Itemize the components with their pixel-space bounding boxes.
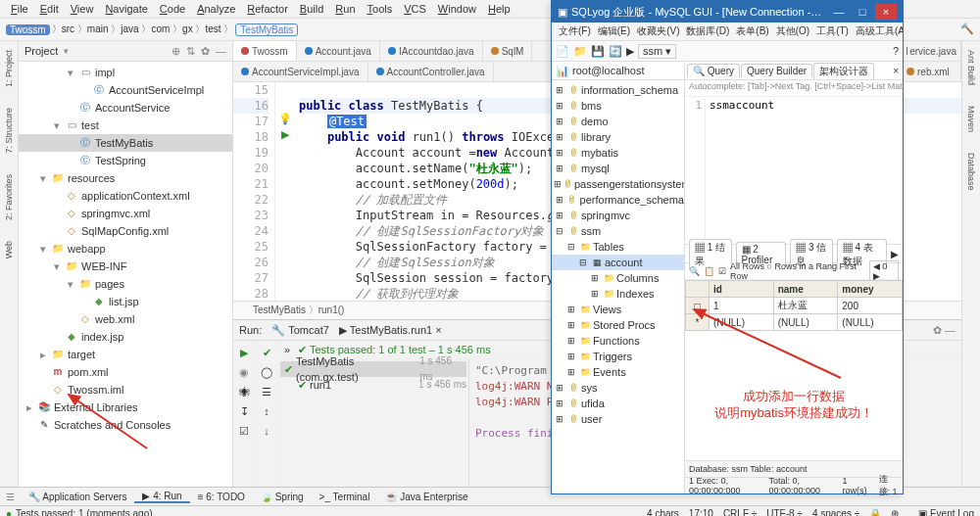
chevron-down-icon[interactable]: ▾: [64, 46, 69, 56]
db-tree-row[interactable]: ⊞🛢demo: [552, 114, 684, 129]
bottom-tab[interactable]: >_ Terminal: [312, 492, 378, 502]
panel-action-icon[interactable]: ⊕: [172, 45, 180, 58]
refresh-icon[interactable]: 🔄: [609, 45, 622, 58]
help-icon[interactable]: ?: [893, 45, 899, 57]
test-toolbar[interactable]: ✔ ◯ ☰ ↕ ↓: [256, 341, 278, 487]
breadcrumb[interactable]: Twossm 〉src 〉main 〉java 〉com 〉gx 〉test 〉…: [6, 23, 298, 36]
menu-view[interactable]: View: [66, 3, 99, 15]
db-tree-row[interactable]: ⊞📁Columns: [552, 270, 684, 286]
tree-row[interactable]: ▾📁resources: [19, 169, 232, 187]
connection-tab[interactable]: 📊root@localhost: [552, 62, 684, 80]
sqlyog-titlebar[interactable]: ▣ SQLyog 企业版 - MySQL GUI - [New Connecti…: [552, 1, 903, 23]
step-icon[interactable]: ↧: [236, 403, 252, 419]
run-config-test[interactable]: ▶ TestMyBatis.run1 ×: [339, 324, 442, 337]
db-tree-row[interactable]: ⊞🛢passengerstationsystem: [552, 176, 684, 192]
test-tree[interactable]: ✔TestMyBatis (com.gx.test)1 s 456 ms✔run…: [278, 359, 469, 487]
sqlyog-menu-item[interactable]: 表单(B): [733, 24, 771, 38]
breadcrumb-file[interactable]: TestMyBatis: [235, 23, 298, 36]
run-toolbar[interactable]: ▶ ◉ 🕷 ↧ ☑: [233, 341, 256, 487]
peek-tab-1[interactable]: ervice.java: [903, 41, 961, 62]
tree-row[interactable]: ⒸTestMyBatis: [19, 134, 232, 152]
gutter-run-icon[interactable]: ▶: [281, 126, 289, 142]
db-tree-row[interactable]: ⊞📁Triggers: [552, 349, 684, 364]
tree-row[interactable]: ▾📁pages: [19, 275, 232, 293]
editor-tab[interactable]: Twossm: [233, 41, 297, 61]
sql-content[interactable]: ssmaccount: [706, 97, 778, 244]
db-tree-row[interactable]: ⊟🛢ssm: [552, 223, 684, 239]
sqlyog-window[interactable]: ▣ SQLyog 企业版 - MySQL GUI - [New Connecti…: [551, 0, 904, 494]
grid-header[interactable]: money: [838, 281, 903, 298]
db-tree-row[interactable]: ⊞🛢bms: [552, 98, 684, 114]
tree-row[interactable]: ▾📁WEB-INF: [19, 258, 232, 275]
editor-tab[interactable]: IAccountdao.java: [380, 41, 483, 61]
tree-row[interactable]: ⒸAccountService: [19, 99, 232, 117]
sqlyog-menu-item[interactable]: 其他(O): [773, 24, 812, 38]
status-item[interactable]: 4 chars: [647, 508, 679, 517]
tree-row[interactable]: ▸📁target: [19, 346, 232, 363]
rail-tab[interactable]: 7: Structure: [3, 105, 15, 157]
maximize-button[interactable]: □: [852, 4, 873, 20]
gutter-run-icon[interactable]: 💡: [278, 111, 292, 126]
breadcrumb-seg[interactable]: gx: [182, 23, 193, 34]
status-item[interactable]: 17:10: [689, 508, 713, 517]
status-item[interactable]: 🔒: [869, 508, 881, 517]
tree-row[interactable]: ▸📚External Libraries: [19, 399, 232, 416]
status-item[interactable]: ⊕: [891, 508, 899, 517]
pin-icon[interactable]: ☑: [236, 423, 252, 439]
sqlyog-menu-item[interactable]: 编辑(E): [595, 24, 633, 38]
db-tree-row[interactable]: ⊞📁Indexes: [552, 286, 684, 302]
menu-code[interactable]: Code: [155, 3, 190, 15]
rerun-icon[interactable]: ▶: [236, 345, 252, 360]
grid-row[interactable]: *(NULL)(NULL)(NULL): [686, 314, 903, 331]
bottom-tab[interactable]: 🍃 Spring: [253, 492, 312, 502]
stop-icon[interactable]: ◉: [236, 364, 252, 380]
db-tree-row[interactable]: ⊞📁Events: [552, 364, 684, 380]
menu-vcs[interactable]: VCS: [399, 3, 431, 15]
sqlyog-toolbar[interactable]: 📄 📁 💾 🔄 ▶ ssm ▾ ?: [552, 41, 903, 62]
breadcrumb-seg[interactable]: src: [62, 23, 74, 34]
menu-file[interactable]: File: [6, 3, 33, 15]
tree-row[interactable]: ◆index.jsp: [19, 328, 232, 346]
grid-header[interactable]: name: [773, 281, 838, 298]
bottom-tab[interactable]: ▶ 4: Run: [134, 491, 189, 503]
menu-analyze[interactable]: Analyze: [192, 3, 240, 15]
play-icon[interactable]: ▶: [891, 249, 899, 259]
db-tree-row[interactable]: ⊞🛢mybatis: [552, 145, 684, 161]
sqlyog-menu-item[interactable]: 高级工具(A): [853, 24, 903, 38]
db-tree-row[interactable]: ⊞🛢performance_schema: [552, 192, 684, 208]
db-tree-row[interactable]: ⊞🛢mysql: [552, 161, 684, 176]
db-tree-row[interactable]: ⊞🛢information_schema: [552, 82, 684, 98]
db-tree-row[interactable]: ⊞🛢user: [552, 411, 684, 427]
menu-navigate[interactable]: Navigate: [100, 3, 152, 15]
grid-row[interactable]: □1杜永蓝200: [686, 298, 903, 314]
bottom-tab[interactable]: ☕ Java Enterprise: [377, 492, 475, 502]
result-toolbar[interactable]: 🔍📋☑ All Rows ○ Rows in a Rang First Row …: [685, 263, 903, 280]
tree-row[interactable]: ▾📁webapp: [19, 240, 232, 258]
tree-row[interactable]: ◇Twossm.iml: [19, 381, 232, 399]
minimize-button[interactable]: —: [828, 4, 850, 20]
close-tab-icon[interactable]: ×: [889, 66, 903, 76]
test-row[interactable]: ✔TestMyBatis (com.gx.test)1 s 456 ms: [280, 361, 466, 377]
chevron-right-icon[interactable]: »: [284, 344, 290, 355]
sqlyog-menubar[interactable]: 文件(F)编辑(E)收藏夹(V)数据库(D)表单(B)其他(O)工具(T)高级工…: [552, 23, 903, 41]
run-config-tomcat[interactable]: 🔧 Tomcat7: [271, 324, 329, 337]
menu-run[interactable]: Run: [330, 3, 360, 15]
db-tree-row[interactable]: ⊟▦account: [552, 255, 684, 270]
tree-row[interactable]: ◇applicationContext.xml: [19, 187, 232, 205]
grid-header[interactable]: id: [709, 281, 773, 298]
rail-tab[interactable]: 2: Favorites: [3, 171, 15, 223]
db-tree-row[interactable]: ⊞🛢sys: [552, 380, 684, 396]
panel-action-icon[interactable]: ⇅: [186, 45, 195, 58]
editor-tab[interactable]: Account.java: [297, 41, 380, 61]
editor-tab[interactable]: SqlM: [483, 41, 533, 61]
rail-tab[interactable]: Database: [965, 150, 977, 194]
sqlyog-menu-item[interactable]: 工具(T): [813, 24, 852, 38]
db-tree-row[interactable]: ⊞🛢springmvc: [552, 208, 684, 223]
menu-window[interactable]: Window: [433, 3, 481, 15]
db-tree-row[interactable]: ⊞📁Views: [552, 302, 684, 317]
db-tree[interactable]: ⊞🛢information_schema⊞🛢bms⊞🛢demo⊞🛢library…: [552, 80, 684, 493]
tree-row[interactable]: ◆list.jsp: [19, 293, 232, 310]
result-grid[interactable]: idnamemoney□1杜永蓝200*(NULL)(NULL)(NULL): [685, 280, 903, 460]
query-tabs[interactable]: 🔍 QueryQuery Builder架构设计器×: [685, 62, 903, 80]
breadcrumb-seg[interactable]: test: [205, 23, 220, 34]
